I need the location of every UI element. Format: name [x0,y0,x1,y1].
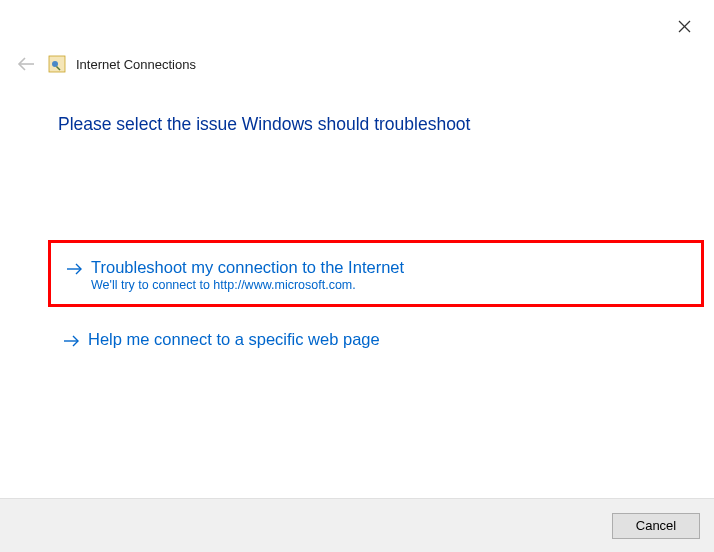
troubleshooter-icon [48,55,66,73]
window-title: Internet Connections [76,57,196,72]
close-icon [678,20,691,33]
option-content: Troubleshoot my connection to the Intern… [91,257,404,292]
page-heading: Please select the issue Windows should t… [58,114,470,135]
back-button[interactable] [14,52,38,76]
option-title: Troubleshoot my connection to the Intern… [91,257,404,278]
close-button[interactable] [676,18,692,34]
arrow-right-icon [67,261,83,279]
option-troubleshoot-internet[interactable]: Troubleshoot my connection to the Intern… [48,240,704,307]
header-bar: Internet Connections [14,52,196,76]
back-arrow-icon [17,57,35,71]
footer-bar: Cancel [0,498,714,552]
option-subtitle: We'll try to connect to http://www.micro… [91,278,404,292]
cancel-button[interactable]: Cancel [612,513,700,539]
option-content: Help me connect to a specific web page [88,329,380,350]
option-specific-webpage[interactable]: Help me connect to a specific web page [48,319,704,363]
option-title: Help me connect to a specific web page [88,329,380,350]
arrow-right-icon [64,333,80,351]
options-list: Troubleshoot my connection to the Intern… [48,240,704,363]
